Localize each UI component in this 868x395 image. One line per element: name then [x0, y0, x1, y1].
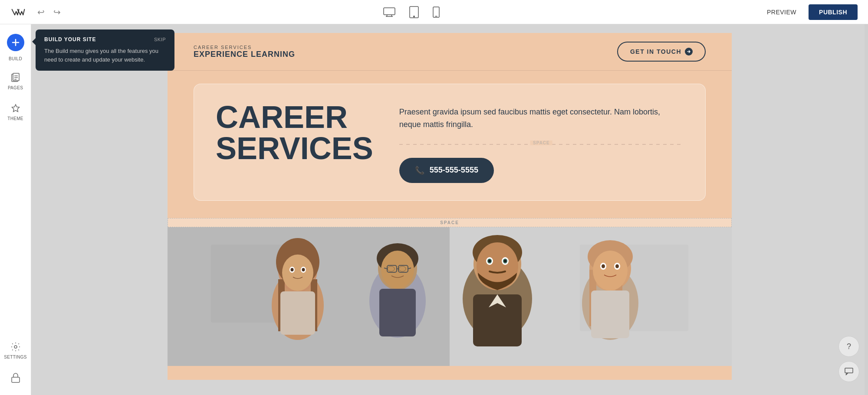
top-bar: ↩ ↪ PREVIEW PUBLISH: [0, 0, 868, 24]
site-nav-title: EXPERIENCE LEARNING: [194, 50, 295, 59]
phone-button[interactable]: 📞 555-555-5555: [399, 158, 494, 183]
hero-description: Praesent gravida ipsum sed faucibus matt…: [399, 106, 684, 131]
preview-button[interactable]: PREVIEW: [760, 5, 803, 19]
svg-point-15: [14, 346, 17, 348]
hero-right: Praesent gravida ipsum sed faucibus matt…: [399, 101, 684, 183]
phone-icon: 📞: [415, 166, 424, 175]
arrow-icon: [685, 48, 693, 55]
team-photo-svg: [168, 227, 732, 366]
hero-title: CAREER SERVICES: [216, 101, 373, 164]
canvas-area: CAREER SERVICES EXPERIENCE LEARNING GET …: [31, 24, 868, 395]
pages-label: PAGES: [8, 85, 23, 90]
sidebar-item-pages[interactable]: PAGES: [3, 67, 29, 95]
settings-label: SETTINGS: [4, 355, 26, 359]
theme-label: THEME: [7, 116, 23, 121]
help-button[interactable]: ?: [838, 336, 859, 357]
undo-redo-controls: ↩ ↪: [35, 5, 63, 19]
svg-point-30: [291, 268, 294, 271]
svg-point-65: [615, 264, 619, 268]
tooltip-header: BUILD YOUR SITE SKIP: [44, 36, 166, 42]
svg-point-5: [414, 16, 414, 16]
top-bar-left: ↩ ↪: [10, 4, 63, 20]
svg-rect-44: [379, 289, 416, 336]
site-nav-subtitle: CAREER SERVICES: [194, 45, 295, 50]
svg-point-53: [488, 260, 491, 262]
device-switcher: [380, 3, 443, 21]
team-photo: [168, 227, 732, 366]
svg-point-36: [381, 251, 414, 289]
lock-icon: [10, 372, 22, 384]
build-icon-circle[interactable]: [7, 34, 24, 51]
tooltip-arrow: [32, 38, 36, 45]
website-preview: CAREER SERVICES EXPERIENCE LEARNING GET …: [168, 33, 732, 380]
chat-button[interactable]: [838, 361, 859, 382]
sidebar-bottom: SETTINGS: [3, 336, 29, 388]
tooltip-body: The Build menu gives you all the feature…: [44, 47, 166, 64]
svg-point-54: [504, 260, 506, 262]
tooltip-title: BUILD YOUR SITE: [44, 36, 96, 42]
mobile-device-button[interactable]: [429, 4, 443, 20]
tooltip-skip[interactable]: SKIP: [154, 37, 166, 42]
get-in-touch-label: GET IN TOUCH: [630, 48, 681, 55]
svg-point-27: [282, 255, 313, 291]
get-in-touch-button[interactable]: GET IN TOUCH: [617, 42, 706, 62]
svg-point-31: [302, 268, 305, 271]
space-indicator-label: SPACE: [440, 220, 459, 225]
hero-title-line1: CAREER: [216, 101, 373, 133]
spacer-bar-1: SPACE: [399, 144, 684, 145]
space-indicator: SPACE: [168, 218, 732, 227]
site-nav-branding: CAREER SERVICES EXPERIENCE LEARNING: [194, 45, 295, 59]
settings-icon: [10, 341, 22, 353]
theme-icon: [10, 102, 22, 114]
undo-button[interactable]: ↩: [35, 5, 47, 19]
redo-button[interactable]: ↪: [51, 5, 63, 19]
hero-section: CAREER SERVICES Praesent gravida ipsum s…: [168, 71, 732, 218]
sidebar-item-theme[interactable]: THEME: [3, 98, 29, 125]
sidebar-build-section[interactable]: BUILD: [7, 31, 24, 64]
sidebar-item-settings[interactable]: SETTINGS: [3, 336, 29, 364]
site-nav: CAREER SERVICES EXPERIENCE LEARNING GET …: [168, 33, 732, 71]
hero-card: CAREER SERVICES Praesent gravida ipsum s…: [194, 84, 706, 201]
svg-rect-0: [384, 8, 395, 15]
floating-buttons: ?: [838, 336, 859, 382]
build-label: BUILD: [9, 56, 22, 61]
svg-rect-66: [591, 291, 629, 338]
logo: [10, 4, 26, 20]
hero-title-line2: SERVICES: [216, 133, 373, 164]
help-icon: ?: [847, 342, 851, 351]
resize-handle[interactable]: [865, 24, 868, 395]
svg-point-61: [593, 251, 628, 291]
build-tooltip: BUILD YOUR SITE SKIP The Build menu give…: [36, 29, 174, 71]
left-sidebar: BUILD PAGES THEME: [0, 24, 31, 395]
svg-rect-32: [280, 291, 315, 335]
tablet-device-button[interactable]: [406, 3, 422, 21]
team-section: [168, 227, 732, 366]
top-bar-right: PREVIEW PUBLISH: [760, 4, 858, 20]
publish-button[interactable]: PUBLISH: [809, 4, 858, 20]
desktop-device-button[interactable]: [380, 5, 399, 20]
svg-rect-16: [12, 377, 20, 382]
phone-number: 555-555-5555: [430, 166, 478, 175]
pages-icon: [10, 72, 22, 84]
chat-icon: [845, 368, 853, 375]
svg-rect-6: [433, 7, 439, 17]
sidebar-item-lock[interactable]: [3, 367, 29, 388]
spacer-label-1: SPACE: [530, 140, 552, 145]
svg-point-64: [602, 264, 605, 268]
